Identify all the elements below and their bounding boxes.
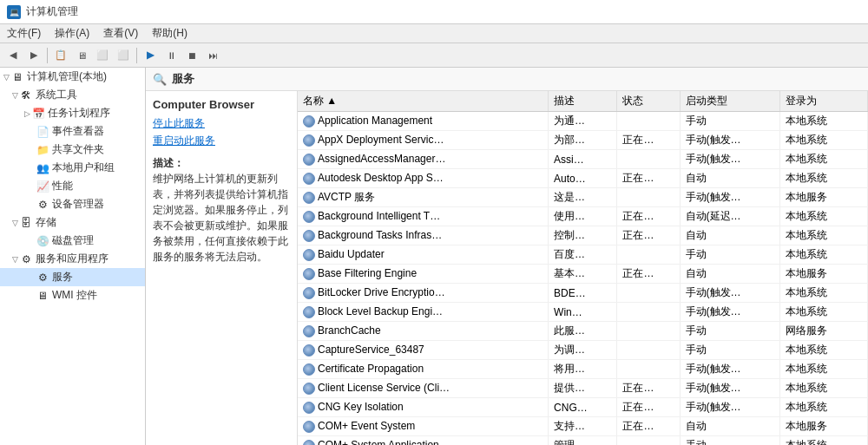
service-desc-cell: Assi…	[549, 150, 617, 169]
sidebar-disk-label: 磁盘管理	[52, 233, 94, 248]
sidebar-services-label: 服务	[52, 270, 73, 285]
sidebar-system-tools[interactable]: ▽ 🛠 系统工具	[0, 86, 145, 104]
service-startup-cell: 手动(触发…	[680, 379, 779, 398]
service-desc-cell: 这是…	[549, 188, 617, 207]
app-icon: 💻	[7, 5, 21, 19]
sidebar-local-users[interactable]: 👥 本地用户和组	[0, 159, 145, 177]
table-row[interactable]: Application Management为通…手动本地系统	[298, 112, 868, 131]
service-login-cell: 本地系统	[779, 379, 867, 398]
table-row[interactable]: Client License Service (Cli…提供…正在…手动(触发……	[298, 379, 868, 398]
table-row[interactable]: Baidu Updater百度…手动本地系统	[298, 245, 868, 265]
service-login-cell: 本地系统	[779, 436, 867, 446]
storage-arrow: ▽	[12, 219, 18, 227]
sidebar-performance[interactable]: 📈 性能	[0, 177, 145, 195]
menu-view[interactable]: 查看(V)	[96, 24, 145, 43]
table-row[interactable]: Background Tasks Infras…控制…正在…自动本地系统	[298, 226, 868, 245]
toolbar-back[interactable]: ◀	[3, 46, 23, 65]
toolbar-pause[interactable]: ⏸	[161, 46, 181, 65]
service-status-cell	[617, 436, 680, 446]
table-row[interactable]: AppX Deployment Servic…为部…正在…手动(触发…本地系统	[298, 131, 868, 150]
sidebar-device-manager[interactable]: ⚙ 设备管理器	[0, 195, 145, 213]
col-header-login[interactable]: 登录为	[779, 91, 867, 112]
table-row[interactable]: AVCTP 服务这是…手动(触发…本地服务	[298, 188, 868, 207]
sidebar-disk-mgmt[interactable]: 💿 磁盘管理	[0, 232, 145, 250]
device-icon: ⚙	[36, 199, 49, 211]
sidebar-wmi[interactable]: 🖥 WMI 控件	[0, 286, 145, 304]
service-login-cell: 本地系统	[779, 112, 867, 131]
toolbar-btn3[interactable]: ⬜	[93, 46, 112, 65]
content-area: Computer Browser 停止此服务 重启动此服务 描述： 维护网络上计…	[146, 91, 868, 445]
services-panel-title: 服务	[172, 71, 194, 87]
table-row[interactable]: Block Level Backup Engi…Win…手动(触发…本地系统	[298, 303, 868, 322]
stop-service-link[interactable]: 停止此服务	[153, 116, 290, 131]
sidebar-services[interactable]: ⚙ 服务	[0, 268, 145, 286]
table-row[interactable]: Background Intelligent T…使用…正在…自动(延迟…本地系…	[298, 207, 868, 226]
service-login-cell: 本地服务	[779, 417, 867, 436]
sidebar-shared-folders[interactable]: 📁 共享文件夹	[0, 141, 145, 159]
service-status-cell	[617, 322, 680, 341]
table-row[interactable]: COM+ Event System支持…正在…自动本地服务	[298, 417, 868, 436]
disk-icon: 💿	[36, 235, 49, 247]
menu-action[interactable]: 操作(A)	[48, 24, 96, 43]
service-startup-cell: 手动(触发…	[680, 398, 779, 417]
col-header-startup[interactable]: 启动类型	[680, 91, 779, 112]
col-header-desc[interactable]: 描述	[549, 91, 617, 112]
service-name-cell: Baidu Updater	[298, 245, 549, 265]
root-arrow: ▽	[3, 73, 10, 82]
menu-help[interactable]: 帮助(H)	[145, 24, 194, 43]
service-desc-cell: 为通…	[549, 112, 617, 131]
service-name-cell: CaptureService_63487	[298, 341, 549, 360]
sidebar-event-viewer[interactable]: 📄 事件查看器	[0, 122, 145, 141]
service-login-cell: 本地系统	[779, 303, 867, 322]
toolbar-btn1[interactable]: 📋	[51, 46, 70, 65]
desc-label: 描述：	[153, 157, 184, 169]
right-panel: 🔍 服务 Computer Browser 停止此服务 重启动此服务 描述： 维…	[146, 68, 868, 445]
service-desc-cell: CNG…	[549, 398, 617, 417]
service-name-cell: Base Filtering Engine	[298, 265, 549, 284]
computer-icon: 🖥	[11, 71, 23, 83]
service-desc-cell: 提供…	[549, 379, 617, 398]
table-row[interactable]: BitLocker Drive Encryptio…BDE…手动(触发…本地系统	[298, 284, 868, 303]
sidebar-root-label: 计算机管理(本地)	[27, 69, 107, 84]
table-row[interactable]: AssignedAccessManager…Assi…手动(触发…本地系统	[298, 150, 868, 169]
table-row[interactable]: BranchCache此服…手动网络服务	[298, 322, 868, 341]
toolbar-resume[interactable]: ⏭	[203, 46, 222, 65]
menu-file[interactable]: 文件(F)	[0, 24, 48, 43]
sidebar-storage[interactable]: ▽ 🗄 存储	[0, 213, 145, 232]
service-status-cell	[617, 150, 680, 169]
col-header-name[interactable]: 名称 ▲	[298, 91, 549, 112]
table-row[interactable]: CaptureService_63487为调…手动本地系统	[298, 341, 868, 360]
service-desc-cell: Win…	[549, 303, 617, 322]
table-row[interactable]: CNG Key IsolationCNG…正在…手动(触发…本地系统	[298, 398, 868, 417]
service-status-cell	[617, 284, 680, 303]
perf-icon: 📈	[36, 180, 49, 193]
toolbar: ◀ ▶ 📋 🖥 ⬜ ⬜ ▶ ⏸ ⏹ ⏭	[0, 43, 868, 68]
table-row[interactable]: Certificate Propagation将用…手动(触发…本地系统	[298, 360, 868, 379]
sidebar-system-tools-label: 系统工具	[36, 88, 77, 102]
service-status-cell: 正在…	[617, 226, 680, 245]
service-desc-cell: 控制…	[549, 226, 617, 245]
sidebar-wmi-label: WMI 控件	[52, 288, 97, 303]
service-status-cell	[617, 303, 680, 322]
col-header-status[interactable]: 状态	[617, 91, 680, 112]
service-name-cell: Background Tasks Infras…	[298, 226, 549, 245]
table-row[interactable]: COM+ System Application管理…手动本地系统	[298, 436, 868, 446]
menu-bar: 文件(F) 操作(A) 查看(V) 帮助(H)	[0, 24, 868, 43]
service-startup-cell: 手动(触发…	[680, 131, 779, 150]
table-row[interactable]: Autodesk Desktop App S…Auto…正在…自动本地系统	[298, 169, 868, 188]
table-row[interactable]: Base Filtering Engine基本…正在…自动本地服务	[298, 265, 868, 284]
service-name-cell: Block Level Backup Engi…	[298, 303, 549, 322]
toolbar-forward[interactable]: ▶	[24, 46, 43, 65]
toolbar-filter[interactable]: ▶	[141, 46, 160, 65]
sidebar-services-apps[interactable]: ▽ ⚙ 服务和应用程序	[0, 250, 145, 268]
toolbar-stop[interactable]: ⏹	[182, 46, 201, 65]
toolbar-btn4[interactable]: ⬜	[114, 46, 133, 65]
service-name-cell: Client License Service (Cli…	[298, 379, 549, 398]
sidebar-task-scheduler[interactable]: ▷ 📅 任务计划程序	[0, 104, 145, 122]
service-status-cell: 正在…	[617, 379, 680, 398]
service-startup-cell: 手动	[680, 436, 779, 446]
toolbar-btn2[interactable]: 🖥	[72, 46, 91, 65]
sidebar-root[interactable]: ▽ 🖥 计算机管理(本地)	[0, 68, 145, 86]
restart-service-link[interactable]: 重启动此服务	[153, 134, 290, 148]
table-header-row: 名称 ▲ 描述 状态 启动类型 登录为	[298, 91, 868, 112]
